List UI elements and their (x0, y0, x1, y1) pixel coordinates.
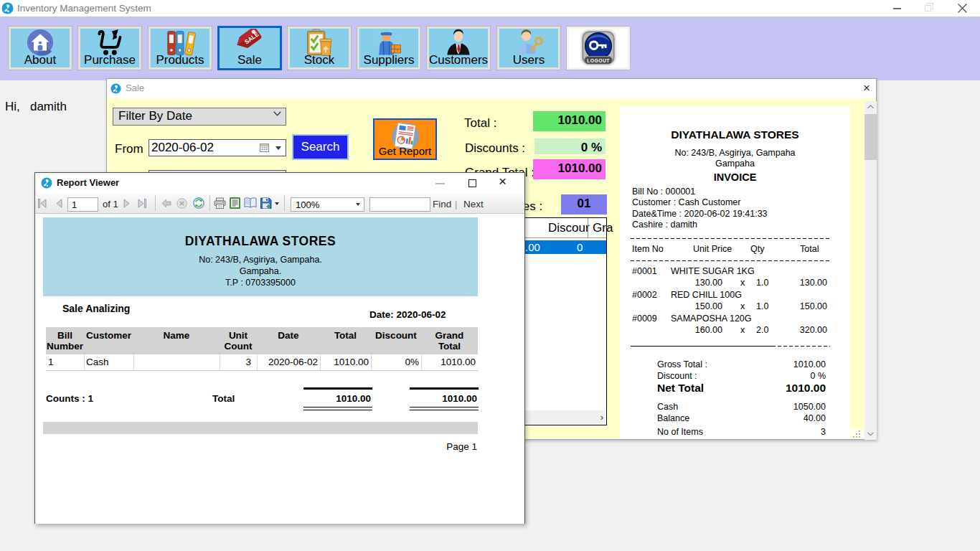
svg-text:LOGOUT: LOGOUT (587, 58, 610, 63)
